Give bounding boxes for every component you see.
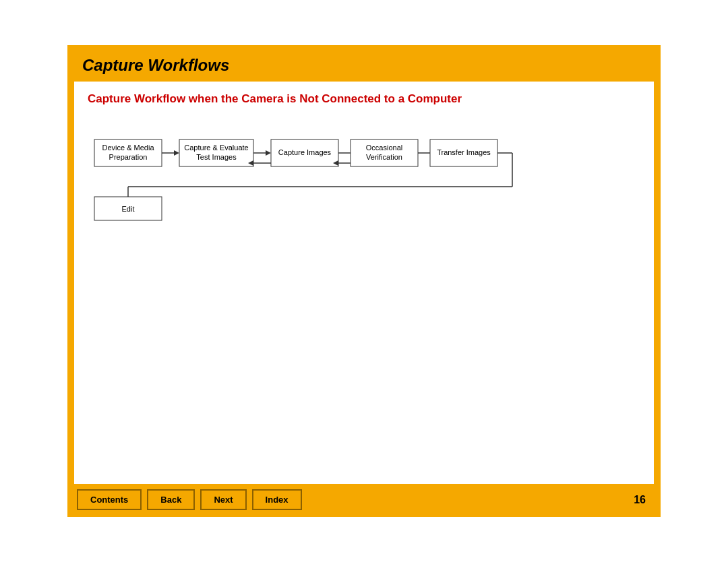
svg-text:Preparation: Preparation [109, 153, 148, 161]
next-button[interactable]: Next [200, 489, 246, 510]
main-container: Capture Workflows Capture Workflow when … [67, 45, 661, 517]
bottom-bar: Contents Back Next Index 16 [69, 484, 659, 516]
svg-text:Verification: Verification [366, 153, 402, 161]
svg-text:Occasional: Occasional [366, 144, 402, 152]
workflow-svg: Device & Media Preparation Capture & Eva… [88, 126, 640, 234]
index-button[interactable]: Index [252, 489, 302, 510]
page-title: Capture Workflows [82, 56, 646, 75]
svg-text:Transfer Images: Transfer Images [437, 148, 491, 156]
svg-text:Capture  Images: Capture Images [278, 148, 332, 156]
svg-text:Capture & Evaluate: Capture & Evaluate [184, 144, 248, 152]
svg-marker-9 [266, 150, 271, 156]
page-number: 16 [634, 494, 651, 506]
workflow-diagram: Device & Media Preparation Capture & Eva… [88, 119, 640, 243]
title-bar: Capture Workflows [69, 46, 659, 82]
content-area: Capture Workflow when the Camera is Not … [74, 82, 654, 484]
svg-text:Device & Media: Device & Media [102, 144, 154, 152]
svg-text:Test Images: Test Images [196, 153, 237, 161]
back-button[interactable]: Back [147, 489, 195, 510]
subtitle: Capture Workflow when the Camera is Not … [88, 92, 640, 106]
svg-marker-4 [174, 150, 179, 156]
svg-text:Edit: Edit [122, 205, 135, 213]
contents-button[interactable]: Contents [77, 489, 142, 510]
